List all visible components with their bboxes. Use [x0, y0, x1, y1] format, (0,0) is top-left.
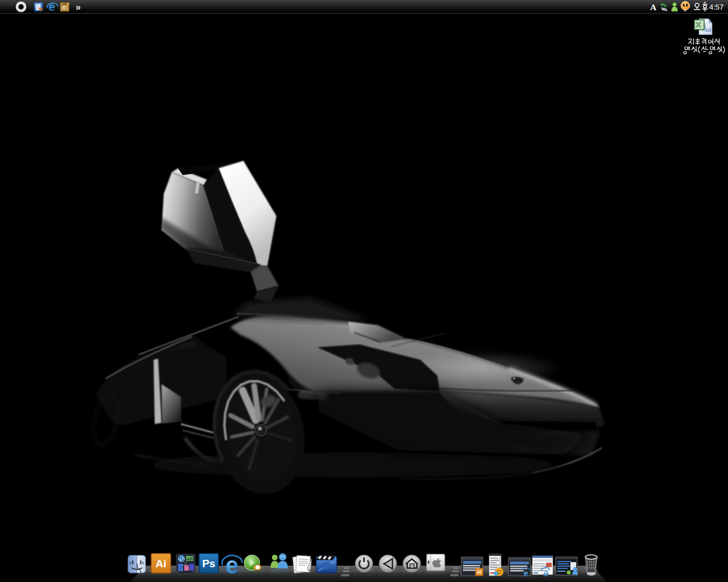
svg-text:e: e: [524, 568, 528, 578]
svg-text:Ps: Ps: [202, 558, 215, 569]
svg-text:Ai: Ai: [477, 569, 482, 575]
svg-text:e: e: [544, 568, 549, 578]
svg-text:Ai: Ai: [156, 558, 167, 569]
